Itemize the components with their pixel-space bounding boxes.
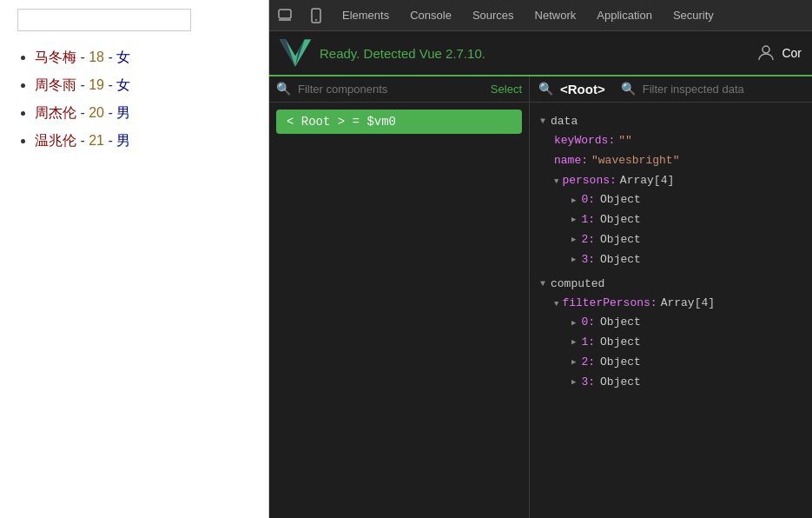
data-tree: data keyWords: "" name: "wavesbright" ▼ <box>530 103 812 518</box>
item-index: 0: <box>581 314 595 332</box>
item-index: 3: <box>581 251 595 269</box>
select-button[interactable]: Select <box>491 83 522 96</box>
name-value: "wavesbright" <box>591 152 679 170</box>
item-index: 1: <box>581 334 595 352</box>
item-triangle: ▶ <box>571 214 576 226</box>
left-panel: 马冬梅 - 18 - 女周冬雨 - 19 - 女周杰伦 - 20 - 男温兆伦 … <box>0 0 269 518</box>
vue-logo-area: Ready. Detected Vue 2.7.10. <box>280 37 485 69</box>
persons-key: persons: <box>562 172 616 190</box>
person-gender: 男 <box>116 133 130 148</box>
person-gender: 女 <box>116 77 130 92</box>
data-section-triangle <box>540 116 545 126</box>
cursor-icon[interactable] <box>276 7 294 24</box>
person-age: 21 <box>89 133 104 148</box>
item-index: 2: <box>581 231 595 249</box>
mobile-icon[interactable] <box>307 7 325 24</box>
item-value: Object <box>600 251 641 269</box>
cor-label: Cor <box>782 46 802 60</box>
item-value: Object <box>600 191 641 209</box>
person-name: 周杰伦 <box>35 105 76 120</box>
item-triangle: ▶ <box>571 195 576 207</box>
persons-items: ▶0:Object▶1:Object▶2:Object▶3:Object <box>540 190 802 269</box>
item-triangle: ▶ <box>571 376 576 388</box>
data-inspector: 🔍 <Root> 🔍 data keyWords: "" <box>530 76 812 518</box>
search-icon: 🔍 <box>276 82 291 96</box>
tab-network[interactable]: Network <box>531 7 580 23</box>
table-row[interactable]: ▶3:Object <box>540 373 802 393</box>
svg-marker-7 <box>295 40 305 67</box>
svg-rect-0 <box>279 10 291 18</box>
item-triangle: ▶ <box>571 356 576 369</box>
persons-prop[interactable]: ▼ persons: Array[4] <box>540 171 802 191</box>
tab-elements[interactable]: Elements <box>339 7 393 23</box>
tab-sources[interactable]: Sources <box>469 7 518 23</box>
keywords-prop: keyWords: "" <box>540 131 802 151</box>
person-name: 温兆伦 <box>35 133 76 148</box>
item-triangle: ▶ <box>571 336 576 349</box>
item-value: Object <box>600 211 641 229</box>
tab-security[interactable]: Security <box>670 7 717 23</box>
name-prop: name: "wavesbright" <box>540 151 802 171</box>
profile-icon[interactable] <box>756 43 776 63</box>
devtools-panel: Elements Console Sources Network Applica… <box>269 0 812 518</box>
breadcrumb: <Root> <box>560 82 605 96</box>
person-age: 18 <box>89 50 104 64</box>
root-component-item[interactable]: < Root > = $vm0 <box>276 110 522 134</box>
item-index: 0: <box>581 191 595 209</box>
tab-application[interactable]: Application <box>593 7 656 23</box>
list-item: 温兆伦 - 21 - 男 <box>35 127 251 155</box>
svg-point-3 <box>315 19 317 21</box>
item-value: Object <box>600 334 641 352</box>
tab-console[interactable]: Console <box>406 7 455 23</box>
person-gender: 男 <box>116 105 130 120</box>
item-triangle: ▶ <box>571 317 576 329</box>
filter-persons-triangle: ▼ <box>554 298 558 310</box>
filter-persons-items: ▶0:Object▶1:Object▶2:Object▶3:Object <box>540 313 802 392</box>
item-index: 1: <box>581 211 595 229</box>
keywords-key: keyWords: <box>554 132 615 150</box>
svg-point-8 <box>762 46 769 53</box>
item-index: 3: <box>581 374 595 392</box>
table-row[interactable]: ▶1:Object <box>540 210 802 230</box>
filter-persons-prop[interactable]: ▼ filterPersons: Array[4] <box>540 294 802 314</box>
list-item: 周杰伦 - 20 - 男 <box>35 99 251 127</box>
table-row[interactable]: ▶0:Object <box>540 190 802 210</box>
table-row[interactable]: ▶3:Object <box>540 250 802 270</box>
persons-triangle: ▼ <box>554 176 558 188</box>
computed-section-label: computed <box>551 277 604 290</box>
filter-persons-value: Array[4] <box>661 295 715 313</box>
person-name: 周冬雨 <box>35 77 76 92</box>
item-value: Object <box>600 231 641 249</box>
inspector-header: 🔍 <Root> 🔍 <box>530 76 812 103</box>
table-row[interactable]: ▶2:Object <box>540 230 802 250</box>
data-filter-input[interactable] <box>643 83 803 96</box>
person-age: 20 <box>89 105 104 120</box>
filter-persons-key: filterPersons: <box>562 295 657 313</box>
table-row[interactable]: ▶0:Object <box>540 313 802 333</box>
table-row[interactable]: ▶2:Object <box>540 353 802 373</box>
vue-header-right: Cor <box>756 43 802 63</box>
vue-logo-icon <box>280 37 311 69</box>
item-triangle: ▶ <box>571 234 576 246</box>
person-name: 马冬梅 <box>35 50 76 64</box>
vue-header: Ready. Detected Vue 2.7.10. Cor <box>269 31 812 76</box>
item-value: Object <box>600 374 641 392</box>
vue-body: 🔍 Select < Root > = $vm0 🔍 <Root> 🔍 data <box>269 76 812 518</box>
person-gender: 女 <box>116 50 130 64</box>
table-row[interactable]: ▶1:Object <box>540 333 802 353</box>
item-value: Object <box>600 314 641 332</box>
person-list: 马冬梅 - 18 - 女周冬雨 - 19 - 女周杰伦 - 20 - 男温兆伦 … <box>17 43 251 155</box>
computed-section-triangle <box>540 279 545 289</box>
component-tree: 🔍 Select < Root > = $vm0 <box>269 76 530 518</box>
inspector-search-icon: 🔍 <box>538 82 553 96</box>
data-section-header[interactable]: data <box>540 115 802 128</box>
list-item: 马冬梅 - 18 - 女 <box>35 43 251 71</box>
item-value: Object <box>600 354 641 372</box>
search-input[interactable] <box>17 9 191 31</box>
devtools-tab-bar: Elements Console Sources Network Applica… <box>269 0 812 31</box>
keywords-value: "" <box>618 132 632 150</box>
vue-status-text: Ready. Detected Vue 2.7.10. <box>320 46 485 61</box>
component-filter-input[interactable] <box>298 83 484 96</box>
computed-section-header[interactable]: computed <box>540 277 802 290</box>
component-search-bar: 🔍 Select <box>269 76 529 103</box>
